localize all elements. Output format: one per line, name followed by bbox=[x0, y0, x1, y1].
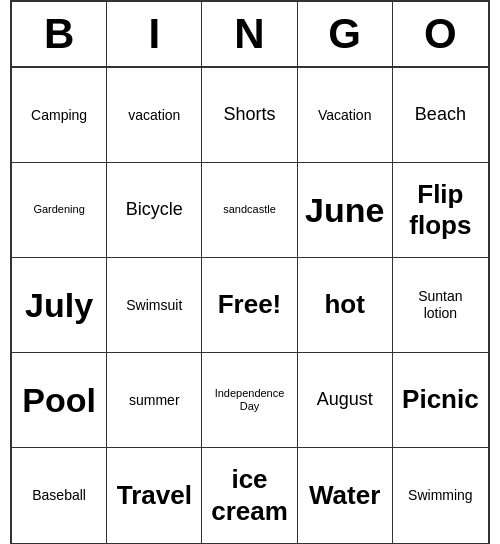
bingo-grid: CampingvacationShortsVacationBeachGarden… bbox=[12, 68, 488, 543]
bingo-cell-21[interactable]: Travel bbox=[107, 448, 202, 543]
bingo-cell-text-12: Free! bbox=[218, 289, 282, 320]
header-letter-g: G bbox=[298, 2, 393, 66]
bingo-cell-text-7: sandcastle bbox=[223, 203, 276, 216]
bingo-cell-1[interactable]: vacation bbox=[107, 68, 202, 163]
bingo-cell-22[interactable]: icecream bbox=[202, 448, 297, 543]
bingo-header: BINGO bbox=[12, 2, 488, 68]
header-letter-o: O bbox=[393, 2, 488, 66]
bingo-cell-text-1: vacation bbox=[128, 107, 180, 124]
bingo-cell-text-6: Bicycle bbox=[126, 199, 183, 221]
bingo-cell-12[interactable]: Free! bbox=[202, 258, 297, 353]
bingo-cell-5[interactable]: Gardening bbox=[12, 163, 107, 258]
bingo-cell-text-14: Suntanlotion bbox=[418, 288, 462, 322]
header-letter-n: N bbox=[202, 2, 297, 66]
bingo-cell-10[interactable]: July bbox=[12, 258, 107, 353]
bingo-cell-text-23: Water bbox=[309, 480, 380, 511]
bingo-cell-8[interactable]: June bbox=[298, 163, 393, 258]
bingo-cell-9[interactable]: Flipflops bbox=[393, 163, 488, 258]
bingo-cell-text-21: Travel bbox=[117, 480, 192, 511]
bingo-cell-text-19: Picnic bbox=[402, 384, 479, 415]
bingo-cell-11[interactable]: Swimsuit bbox=[107, 258, 202, 353]
bingo-cell-text-18: August bbox=[317, 389, 373, 411]
bingo-cell-text-15: Pool bbox=[22, 380, 96, 421]
bingo-cell-18[interactable]: August bbox=[298, 353, 393, 448]
bingo-cell-20[interactable]: Baseball bbox=[12, 448, 107, 543]
bingo-cell-text-9: Flipflops bbox=[409, 179, 471, 241]
bingo-cell-7[interactable]: sandcastle bbox=[202, 163, 297, 258]
bingo-cell-4[interactable]: Beach bbox=[393, 68, 488, 163]
bingo-cell-3[interactable]: Vacation bbox=[298, 68, 393, 163]
bingo-cell-text-8: June bbox=[305, 190, 384, 231]
header-letter-b: B bbox=[12, 2, 107, 66]
bingo-cell-text-24: Swimming bbox=[408, 487, 473, 504]
bingo-cell-text-16: summer bbox=[129, 392, 180, 409]
bingo-cell-text-0: Camping bbox=[31, 107, 87, 124]
bingo-cell-text-4: Beach bbox=[415, 104, 466, 126]
bingo-cell-6[interactable]: Bicycle bbox=[107, 163, 202, 258]
bingo-cell-16[interactable]: summer bbox=[107, 353, 202, 448]
bingo-cell-24[interactable]: Swimming bbox=[393, 448, 488, 543]
bingo-cell-0[interactable]: Camping bbox=[12, 68, 107, 163]
bingo-cell-text-2: Shorts bbox=[223, 104, 275, 126]
bingo-cell-15[interactable]: Pool bbox=[12, 353, 107, 448]
bingo-cell-text-13: hot bbox=[324, 289, 364, 320]
bingo-cell-text-3: Vacation bbox=[318, 107, 371, 124]
bingo-card: BINGO CampingvacationShortsVacationBeach… bbox=[10, 0, 490, 544]
bingo-cell-text-10: July bbox=[25, 285, 93, 326]
bingo-cell-text-20: Baseball bbox=[32, 487, 86, 504]
bingo-cell-2[interactable]: Shorts bbox=[202, 68, 297, 163]
bingo-cell-17[interactable]: IndependenceDay bbox=[202, 353, 297, 448]
bingo-cell-19[interactable]: Picnic bbox=[393, 353, 488, 448]
bingo-cell-13[interactable]: hot bbox=[298, 258, 393, 353]
header-letter-i: I bbox=[107, 2, 202, 66]
bingo-cell-text-5: Gardening bbox=[33, 203, 84, 216]
bingo-cell-text-11: Swimsuit bbox=[126, 297, 182, 314]
bingo-cell-23[interactable]: Water bbox=[298, 448, 393, 543]
bingo-cell-14[interactable]: Suntanlotion bbox=[393, 258, 488, 353]
bingo-cell-text-22: icecream bbox=[211, 464, 288, 526]
bingo-cell-text-17: IndependenceDay bbox=[215, 387, 285, 413]
